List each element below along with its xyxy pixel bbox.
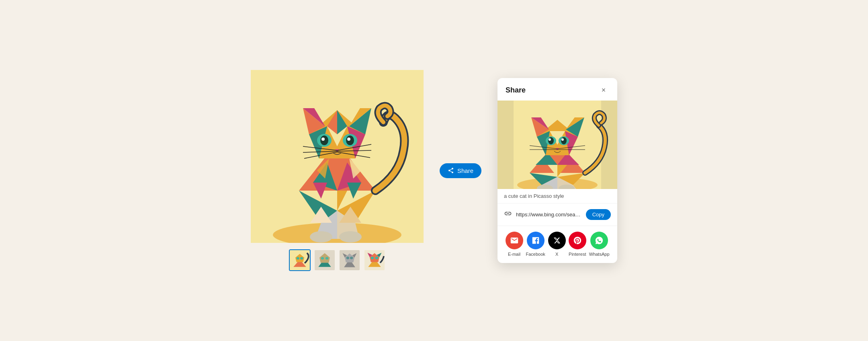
- svg-point-63: [375, 257, 378, 259]
- svg-point-46: [300, 257, 303, 259]
- svg-point-91: [549, 138, 551, 141]
- social-facebook[interactable]: Facebook: [526, 232, 545, 257]
- svg-point-56: [350, 257, 353, 259]
- social-email[interactable]: E-mail: [506, 232, 523, 257]
- svg-point-62: [371, 257, 374, 259]
- facebook-icon: [527, 232, 545, 249]
- main-image: [251, 70, 424, 243]
- email-icon: [506, 232, 523, 249]
- share-caption-text: a cute cat in Picasso style: [504, 193, 564, 199]
- image-section: [251, 70, 424, 271]
- svg-point-92: [561, 138, 564, 141]
- svg-point-25: [320, 136, 328, 145]
- facebook-label: Facebook: [526, 252, 545, 257]
- social-pinterest[interactable]: Pinterest: [569, 232, 586, 257]
- social-x[interactable]: X: [548, 232, 566, 257]
- share-button-label: Share: [457, 167, 473, 174]
- thumbnail-1[interactable]: [289, 249, 311, 271]
- thumbnail-strip: [289, 249, 385, 271]
- share-panel-header: Share ×: [497, 78, 617, 101]
- svg-point-37: [339, 231, 362, 242]
- svg-point-90: [561, 137, 567, 144]
- main-container: Share Share ×: [251, 70, 617, 271]
- svg-point-55: [346, 257, 349, 259]
- pinterest-icon: [569, 232, 586, 249]
- close-icon: ×: [602, 86, 606, 94]
- x-label: X: [555, 252, 558, 257]
- x-icon: [548, 232, 566, 249]
- whatsapp-icon: [590, 232, 608, 249]
- email-label: E-mail: [508, 252, 520, 257]
- copy-button[interactable]: Copy: [586, 209, 611, 220]
- share-panel-title: Share: [506, 86, 526, 94]
- share-caption: a cute cat in Picasso style: [497, 189, 617, 203]
- share-panel: Share ×: [497, 78, 617, 263]
- svg-point-45: [297, 257, 299, 259]
- thumbnail-2[interactable]: [314, 249, 336, 271]
- svg-point-36: [310, 231, 332, 242]
- close-button[interactable]: ×: [598, 84, 609, 96]
- svg-point-27: [321, 138, 325, 141]
- share-social-row: E-mail Facebook X: [497, 226, 617, 263]
- share-button-container: Share: [440, 163, 481, 178]
- share-url-text: https://www.bing.com/searc...: [516, 212, 582, 218]
- share-icon: [448, 167, 454, 174]
- svg-point-50: [321, 257, 324, 259]
- share-button[interactable]: Share: [440, 163, 481, 178]
- social-whatsapp[interactable]: WhatsApp: [589, 232, 610, 257]
- whatsapp-label: WhatsApp: [589, 252, 610, 257]
- thumbnail-4[interactable]: [364, 249, 385, 271]
- svg-point-89: [548, 137, 554, 144]
- svg-point-28: [347, 138, 350, 141]
- thumbnail-3[interactable]: [339, 249, 360, 271]
- share-url-row: https://www.bing.com/searc... Copy: [497, 203, 617, 226]
- link-icon: [504, 210, 512, 220]
- svg-rect-67: [497, 101, 514, 189]
- share-preview-image: [497, 101, 617, 189]
- svg-point-26: [346, 136, 354, 145]
- pinterest-label: Pinterest: [569, 252, 586, 257]
- copy-label: Copy: [592, 212, 604, 218]
- svg-point-51: [326, 257, 328, 259]
